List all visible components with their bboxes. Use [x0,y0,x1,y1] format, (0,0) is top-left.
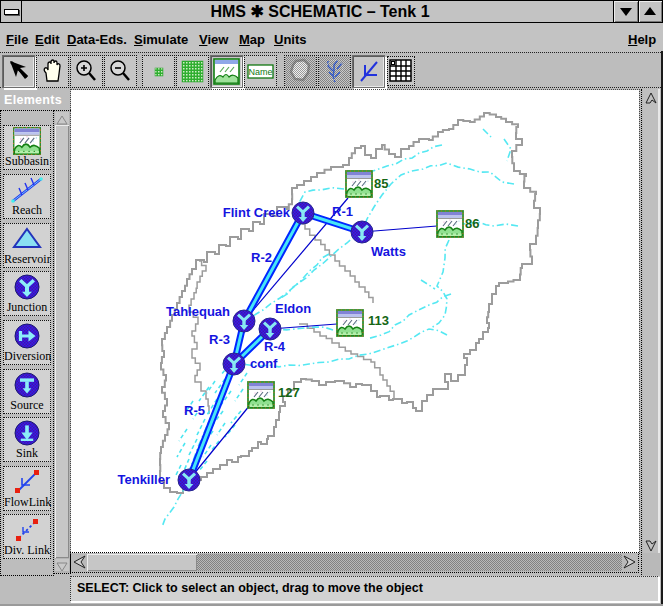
svg-text:conf: conf [250,356,278,371]
svg-text:R-1: R-1 [332,204,353,219]
svg-text:Flint Creek: Flint Creek [223,205,291,220]
svg-text:R-5: R-5 [184,403,205,418]
svg-text:Watts: Watts [371,244,406,259]
svg-text:Eldon: Eldon [275,301,311,316]
svg-text:R-3: R-3 [209,332,230,347]
svg-text:R-4: R-4 [264,339,286,354]
svg-text:Name: Name [248,67,272,77]
svg-text:113: 113 [368,313,389,328]
svg-text:127: 127 [278,385,300,400]
svg-text:Tahlequah: Tahlequah [166,304,230,319]
svg-text:85: 85 [374,176,388,191]
svg-text:86: 86 [465,216,479,231]
svg-text:R-2: R-2 [251,250,272,265]
svg-text:Tenkiller: Tenkiller [117,472,170,487]
